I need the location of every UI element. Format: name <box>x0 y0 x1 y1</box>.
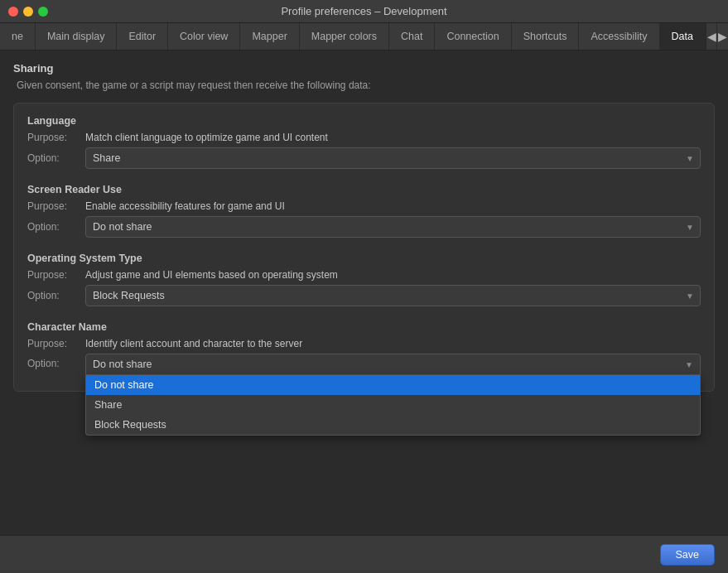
tab-mapper-colors[interactable]: Mapper colors <box>300 23 389 50</box>
tab-next-button[interactable]: ▶ <box>716 23 728 50</box>
character-name-option-label: Option: <box>27 354 85 369</box>
title-bar: Profile preferences – Development <box>0 0 728 23</box>
tab-prev-button[interactable]: ◀ <box>706 23 717 50</box>
sharing-block: Language Purpose: Match client language … <box>13 103 715 392</box>
character-name-selected-value: Do not share <box>93 359 152 370</box>
character-name-purpose-label: Purpose: <box>27 338 85 349</box>
os-type-section: Operating System Type Purpose: Adjust ga… <box>27 253 701 306</box>
character-name-section: Character Name Purpose: Identify client … <box>27 321 701 375</box>
os-type-dropdown-wrapper: Share Do not share Block Requests ▼ <box>85 285 701 306</box>
language-option-label: Option: <box>27 152 85 164</box>
os-type-purpose-text: Adjust game and UI elements based on ope… <box>85 269 701 281</box>
language-dropdown[interactable]: Share Do not share Block Requests <box>85 147 701 169</box>
character-name-purpose-text: Identify client account and character to… <box>85 338 701 349</box>
os-type-option-label: Option: <box>27 290 85 301</box>
screen-reader-option-row: Option: Share Do not share Block Request… <box>27 216 701 238</box>
character-name-purpose-row: Purpose: Identify client account and cha… <box>27 338 701 349</box>
close-button[interactable] <box>8 7 18 17</box>
tab-shortcuts[interactable]: Shortcuts <box>512 23 580 50</box>
tab-color-view[interactable]: Color view <box>168 23 240 50</box>
sharing-description: Given consent, the game or a script may … <box>13 79 715 91</box>
tab-accessibility[interactable]: Accessibility <box>579 23 659 50</box>
sharing-title: Sharing <box>13 62 715 75</box>
os-type-option-row: Option: Share Do not share Block Request… <box>27 285 701 306</box>
traffic-lights <box>8 7 48 17</box>
character-name-dropdown-arrow: ▼ <box>685 360 693 369</box>
bottom-bar: Save <box>0 535 728 573</box>
screen-reader-title: Screen Reader Use <box>27 184 701 195</box>
os-type-dropdown[interactable]: Share Do not share Block Requests <box>85 285 701 306</box>
tab-data[interactable]: Data <box>660 23 706 50</box>
screen-reader-purpose-row: Purpose: Enable accessibility features f… <box>27 200 701 212</box>
tab-partial[interactable]: ne <box>0 23 36 50</box>
window-title: Profile preferences – Development <box>281 5 446 17</box>
tab-chat[interactable]: Chat <box>389 23 435 50</box>
language-option-row: Option: Share Do not share Block Request… <box>27 147 701 169</box>
language-purpose-text: Match client language to optimize game a… <box>85 132 701 143</box>
language-section: Language Purpose: Match client language … <box>27 115 701 169</box>
character-name-option-do-not-share[interactable]: Do not share <box>86 375 700 395</box>
main-content: Sharing Given consent, the game or a scr… <box>0 51 728 535</box>
character-name-dropdown-list: Do not share Share Block Requests <box>85 375 701 436</box>
language-dropdown-wrapper: Share Do not share Block Requests ▼ <box>85 147 701 169</box>
character-name-dropdown-container: Do not share ▼ Do not share Share Block … <box>85 354 701 375</box>
character-name-dropdown-display[interactable]: Do not share ▼ <box>85 354 701 375</box>
language-purpose-row: Purpose: Match client language to optimi… <box>27 132 701 143</box>
maximize-button[interactable] <box>38 7 48 17</box>
screen-reader-purpose-label: Purpose: <box>27 200 85 212</box>
screen-reader-dropdown-wrapper: Share Do not share Block Requests ▼ <box>85 216 701 238</box>
language-purpose-label: Purpose: <box>27 132 85 143</box>
screen-reader-dropdown[interactable]: Share Do not share Block Requests <box>85 216 701 238</box>
character-name-option-row: Option: Do not share ▼ Do not share Shar… <box>27 354 701 375</box>
language-title: Language <box>27 115 701 127</box>
os-type-purpose-label: Purpose: <box>27 269 85 281</box>
os-type-purpose-row: Purpose: Adjust game and UI elements bas… <box>27 269 701 281</box>
os-type-title: Operating System Type <box>27 253 701 264</box>
tab-main-display[interactable]: Main display <box>36 23 117 50</box>
tab-mapper[interactable]: Mapper <box>240 23 299 50</box>
screen-reader-option-label: Option: <box>27 221 85 233</box>
screen-reader-purpose-text: Enable accessibility features for game a… <box>85 200 701 212</box>
minimize-button[interactable] <box>23 7 33 17</box>
save-button[interactable]: Save <box>660 544 716 566</box>
character-name-option-share[interactable]: Share <box>86 395 700 415</box>
tab-editor[interactable]: Editor <box>117 23 168 50</box>
screen-reader-section: Screen Reader Use Purpose: Enable access… <box>27 184 701 238</box>
tab-connection[interactable]: Connection <box>435 23 511 50</box>
tab-bar: ne Main display Editor Color view Mapper… <box>0 23 728 51</box>
character-name-option-block-requests[interactable]: Block Requests <box>86 415 700 435</box>
character-name-title: Character Name <box>27 321 701 333</box>
